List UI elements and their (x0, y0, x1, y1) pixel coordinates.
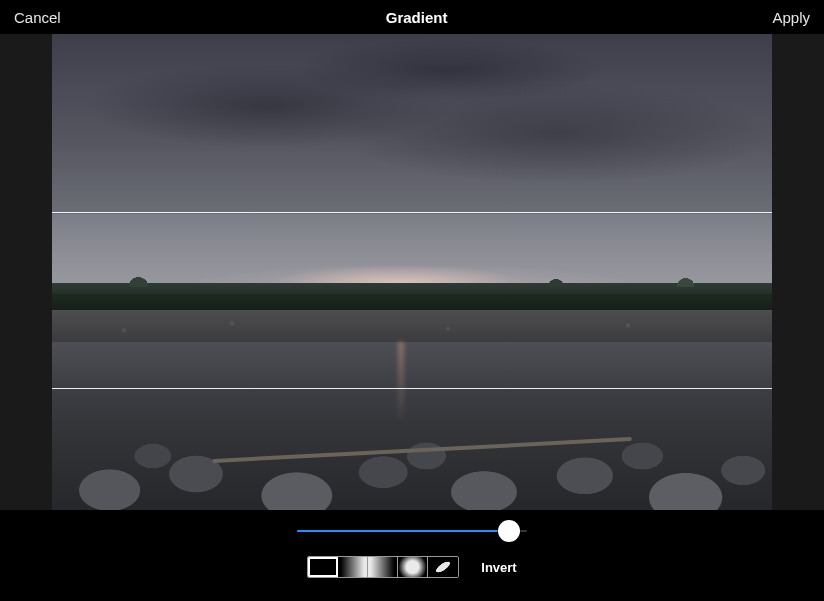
invert-button[interactable]: Invert (481, 560, 516, 575)
gradient-type-right[interactable] (338, 557, 368, 577)
header-bar: Cancel Gradient Apply (0, 0, 824, 34)
gradient-mask-preview (52, 34, 772, 212)
gradient-type-swatches (307, 556, 459, 578)
photo-riverbank (52, 310, 772, 344)
page-title: Gradient (386, 9, 448, 26)
apply-button[interactable]: Apply (772, 9, 810, 26)
gradient-type-none[interactable] (308, 557, 338, 577)
gradient-type-radial[interactable] (398, 557, 428, 577)
intensity-slider[interactable] (297, 520, 527, 542)
slider-fill (297, 530, 509, 532)
photo-preview[interactable] (52, 34, 772, 510)
gradient-handle-bottom[interactable] (52, 388, 772, 389)
photo-water (52, 342, 772, 424)
cancel-button[interactable]: Cancel (14, 9, 61, 26)
controls-bar: Invert (0, 510, 824, 601)
gradient-type-row: Invert (307, 556, 516, 578)
canvas-area (0, 34, 824, 510)
app-root: Cancel Gradient Apply Invert (0, 0, 824, 601)
gradient-type-left[interactable] (368, 557, 398, 577)
slider-thumb[interactable] (498, 520, 520, 542)
gradient-type-mirror[interactable] (428, 557, 458, 577)
gradient-handle-top[interactable] (52, 212, 772, 213)
photo-rocks (52, 420, 772, 510)
